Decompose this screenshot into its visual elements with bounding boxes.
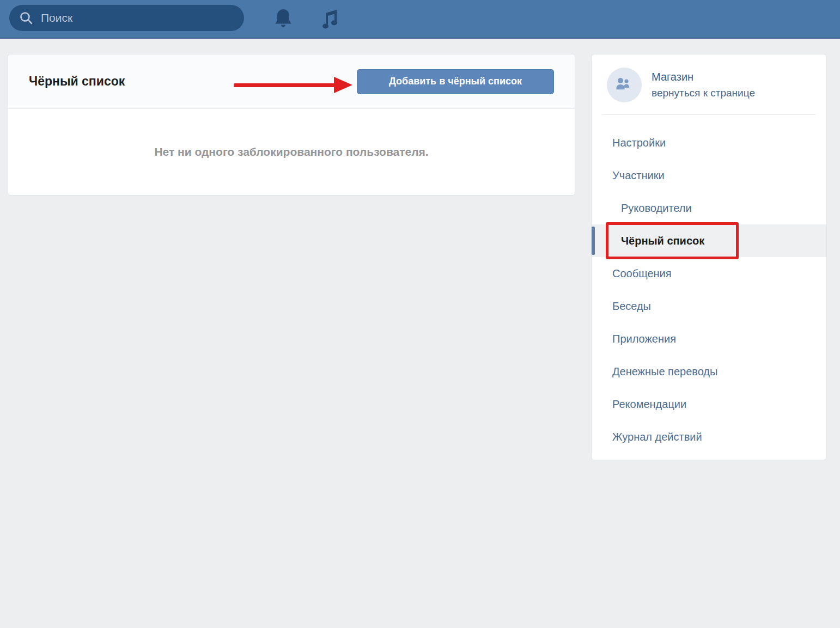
- sidebar-item-label: Чёрный список: [621, 235, 704, 247]
- sidebar-item-label: Настройки: [612, 137, 666, 149]
- empty-state-message: Нет ни одного заблокированного пользоват…: [154, 145, 428, 158]
- top-navigation-bar: [0, 0, 840, 39]
- sidebar-item-1[interactable]: Участники: [592, 159, 826, 192]
- search-input[interactable]: [40, 11, 234, 25]
- sidebar-item-label: Денежные переводы: [612, 365, 717, 378]
- sidebar-item-label: Участники: [612, 169, 665, 182]
- sidebar-item-label: Беседы: [612, 300, 651, 313]
- search-icon: [19, 11, 33, 25]
- community-settings-sidebar: Магазин вернуться к странице НастройкиУч…: [591, 54, 827, 460]
- sidebar-item-label: Приложения: [612, 333, 676, 345]
- sidebar-item-4[interactable]: Сообщения: [592, 257, 826, 290]
- sidebar-item-9[interactable]: Журнал действий: [592, 420, 826, 453]
- community-avatar[interactable]: [607, 68, 642, 102]
- sidebar-item-0[interactable]: Настройки: [592, 126, 826, 159]
- music-button[interactable]: [318, 7, 342, 31]
- back-to-page-link[interactable]: вернуться к странице: [652, 87, 755, 99]
- red-arrow-annotation: [234, 77, 357, 93]
- blacklist-panel-body: Нет ни одного заблокированного пользоват…: [8, 109, 575, 195]
- sidebar-item-5[interactable]: Беседы: [592, 290, 826, 322]
- blacklist-panel-header: Чёрный список Добавить в чёрный список: [8, 54, 575, 109]
- sidebar-item-label: Журнал действий: [612, 431, 702, 443]
- community-profile-row: Магазин вернуться к странице: [592, 54, 826, 114]
- community-name-link[interactable]: Магазин: [652, 71, 755, 83]
- people-icon: [614, 76, 635, 94]
- blacklist-panel: Чёрный список Добавить в чёрный список Н…: [8, 54, 575, 196]
- sidebar-item-3[interactable]: Чёрный список: [592, 224, 826, 257]
- sidebar-item-7[interactable]: Денежные переводы: [592, 355, 826, 388]
- sidebar-item-2[interactable]: Руководители: [592, 192, 826, 224]
- bell-icon: [272, 8, 294, 31]
- sidebar-item-8[interactable]: Рекомендации: [592, 388, 826, 420]
- music-note-icon: [319, 8, 340, 31]
- search-bar[interactable]: [9, 5, 244, 31]
- sidebar-item-label: Рекомендации: [612, 398, 686, 411]
- sidebar-item-6[interactable]: Приложения: [592, 322, 826, 355]
- red-arrow-shaft: [234, 83, 335, 87]
- sidebar-divider: [602, 114, 815, 115]
- notifications-button[interactable]: [271, 7, 295, 31]
- add-to-blacklist-button[interactable]: Добавить в чёрный список: [357, 69, 554, 94]
- red-arrow-head: [334, 77, 352, 93]
- page-title: Чёрный список: [29, 74, 125, 89]
- sidebar-item-label: Сообщения: [612, 267, 672, 280]
- sidebar-menu: НастройкиУчастникиРуководителиЧёрный спи…: [592, 126, 826, 453]
- sidebar-item-label: Руководители: [621, 202, 692, 215]
